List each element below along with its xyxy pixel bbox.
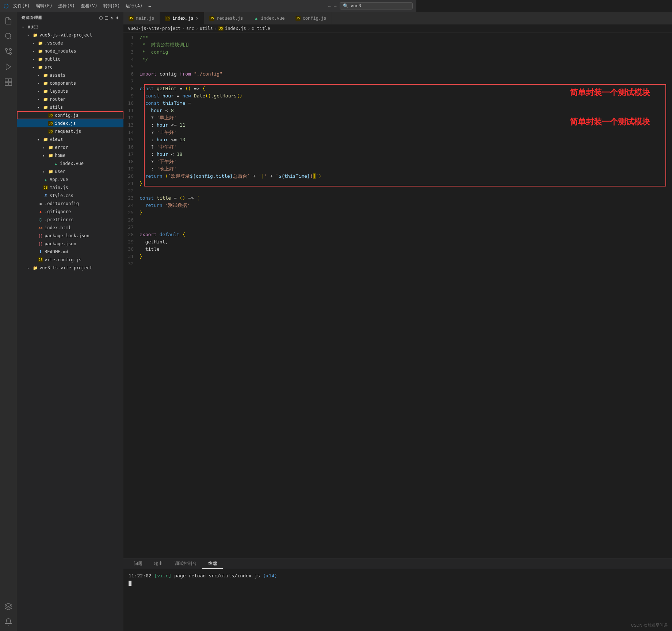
folder-icon: 📁 [38,49,43,54]
breadcrumb-file[interactable]: index.js [225,26,246,31]
tree-label: index.vue [60,161,84,166]
code-content: * 封装公共模块调用 [140,41,416,49]
tree-file-style-css[interactable]: › # style.css [17,192,123,200]
git-icon: ◆ [38,209,43,214]
breadcrumb-utils[interactable]: utils [200,26,213,31]
js-icon: JS [38,257,43,262]
folder-icon: 📁 [48,145,53,150]
menu-select[interactable]: 选择(S) [58,3,75,9]
js-icon: JS [218,26,224,31]
code-line-18: 18 ? '下午好' [123,158,416,165]
code-line-25: 25 } [123,209,416,216]
breadcrumb-sep: › [214,26,217,31]
menu-run[interactable]: 运行(A) [126,3,142,9]
tree-file-home-index-vue[interactable]: › ▲ index.vue [17,159,123,168]
tree-file-editorconfig[interactable]: › ≡ .editorconfig [17,200,123,208]
tree-folder-components[interactable]: › 📁 components [17,79,123,87]
menu-view[interactable]: 查看(V) [81,3,98,9]
tab-request-js[interactable]: JS request.js [204,12,248,24]
tree-file-package-json[interactable]: › {} package.json [17,240,123,248]
tree-folder-router[interactable]: › 📁 router [17,95,123,103]
tree-folder-vue3-js-vite-project[interactable]: ▾ 📁 vue3-js-vite-project [17,31,123,39]
tree-folder-public[interactable]: › 📁 public [17,55,123,63]
folder-icon: 📁 [48,153,53,158]
code-content: title [140,246,416,253]
tree-folder-assets[interactable]: › 📁 assets [17,71,123,79]
code-line-19: 19 : '晚上好' [123,165,416,173]
collapse-icon[interactable]: ⇟ [116,15,119,20]
tree-folder-home[interactable]: ▾ 📁 home [17,151,123,159]
menu-bar[interactable]: 文件(F) 编辑(E) 选择(S) 查看(V) 转到(G) 运行(A) … [13,3,151,9]
tree-file-prettierrc[interactable]: › ⬡ .prettierrc [17,216,123,224]
tree-file-request-js[interactable]: › JS request.js [17,127,123,135]
breadcrumb-symbol[interactable]: ⊙ title [252,26,270,31]
search-bar[interactable]: 🔍 vue3 [340,2,413,9]
code-content: : hour <= 13 [140,136,416,143]
menu-edit[interactable]: 编辑(E) [36,3,53,9]
breadcrumb-sep: › [195,26,198,31]
sidebar-header: 资源管理器 ◯ □ ↻ ⇟ [17,12,123,23]
editor[interactable]: 简单封装一个测试模块 1 /** 2 * 封装公共模块调用 3 * config… [123,32,416,365]
json-icon: {} [38,241,43,246]
tree-file-main-js[interactable]: › JS main.js [17,184,123,192]
tree-file-package-lock-json[interactable]: › {} package-lock.json [17,232,123,240]
tree-file-vite-config-js[interactable]: › JS vite.config.js [17,256,123,264]
code-line-5: 5 [123,63,416,70]
activity-run[interactable] [2,61,15,73]
folder-icon: 📁 [38,41,43,46]
activity-source-control[interactable] [2,45,15,58]
tab-index-js[interactable]: JS index.js × [160,12,204,24]
tree-file-config-js[interactable]: › JS config.js [17,111,123,119]
tab-label: index.vue [261,16,285,21]
tree-folder-node-modules[interactable]: › 📁 node_modules [17,47,123,55]
vscode-logo: ⬡ [4,3,9,9]
folder-icon: 📁 [38,57,43,62]
line-number: 4 [123,56,140,63]
line-number: 20 [123,173,140,180]
tree-root-vue3[interactable]: ▾ VUE3 [17,23,123,31]
activity-explorer[interactable] [2,15,15,27]
tree-folder-vue3-ts-vite-project[interactable]: › 📁 vue3-ts-vite-project [17,264,123,272]
folder-icon: 📁 [43,97,48,102]
code-line-31: 31 } [123,253,416,260]
code-line-7: 7 [123,78,416,85]
menu-goto[interactable]: 转到(G) [103,3,120,9]
menu-file[interactable]: 文件(F) [13,3,30,9]
refresh-icon[interactable]: ↻ [110,15,114,20]
line-number: 3 [123,49,140,56]
tree-label: src [45,65,53,70]
js-icon: JS [48,129,53,134]
tree-folder-layouts[interactable]: › 📁 layouts [17,87,123,95]
tree-folder-src[interactable]: ▾ 📁 src [17,63,123,71]
tree-folder-views[interactable]: ▾ 📁 views [17,135,123,143]
svg-point-3 [9,53,12,55]
tree-folder-user[interactable]: › 📁 user [17,168,123,176]
breadcrumb-project[interactable]: vue3-js-vite-project [128,26,181,31]
tab-close-icon[interactable]: × [196,16,199,21]
nav-forward[interactable]: → [334,3,337,9]
tree-file-readme-md[interactable]: › ℹ README.md [17,248,123,256]
tree-folder-vscode[interactable]: › 📁 .vscode [17,39,123,47]
tab-index-vue[interactable]: ▲ index.vue [248,12,290,24]
tab-main-js[interactable]: JS main.js [123,12,160,24]
svg-point-2 [5,49,8,51]
menu-more[interactable]: … [148,3,151,9]
activity-extensions[interactable] [2,76,15,88]
tree-file-index-html[interactable]: › <> index.html [17,224,123,232]
line-number: 6 [123,70,140,78]
new-folder-icon[interactable]: □ [105,15,108,20]
tree-label: index.js [55,121,76,126]
tree-file-app-vue[interactable]: › ▲ App.vue [17,176,123,184]
tree-label: vite.config.js [45,257,81,262]
code-line-21: 21 } [123,180,416,187]
activity-search[interactable] [2,30,15,42]
tree-folder-error[interactable]: › 📁 error [17,143,123,151]
line-number: 26 [123,216,140,224]
breadcrumb-src[interactable]: src [186,26,194,31]
tree-file-index-js[interactable]: › JS index.js [17,119,123,127]
tree-file-gitignore[interactable]: › ◆ .gitignore [17,208,123,216]
nav-back[interactable]: ← [328,3,331,9]
new-file-icon[interactable]: ◯ [99,15,103,20]
tree-folder-utils[interactable]: ▾ 📁 utils [17,103,123,111]
tab-config-js[interactable]: JS config.js [290,12,332,24]
